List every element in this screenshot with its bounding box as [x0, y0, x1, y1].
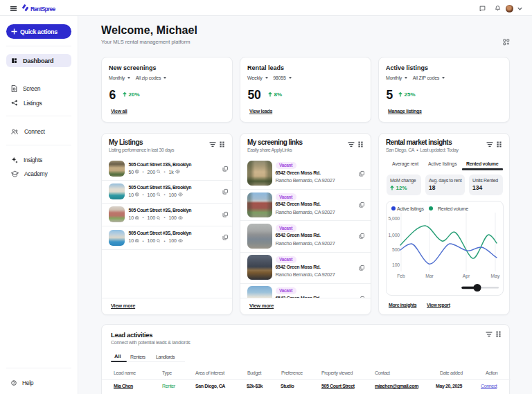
- svg-text:May: May: [491, 274, 500, 279]
- svg-text:Feb: Feb: [397, 274, 405, 278]
- svg-text:100: 100: [392, 262, 400, 267]
- svg-text:1,000: 1,000: [388, 233, 400, 238]
- svg-text:Active listings: Active listings: [397, 206, 424, 212]
- svg-text:5,000: 5,000: [388, 216, 400, 221]
- svg-text:Rented volume: Rented volume: [438, 206, 468, 211]
- svg-text:Apr: Apr: [463, 274, 470, 279]
- svg-text:500: 500: [392, 247, 400, 252]
- svg-text:Mar: Mar: [425, 274, 434, 278]
